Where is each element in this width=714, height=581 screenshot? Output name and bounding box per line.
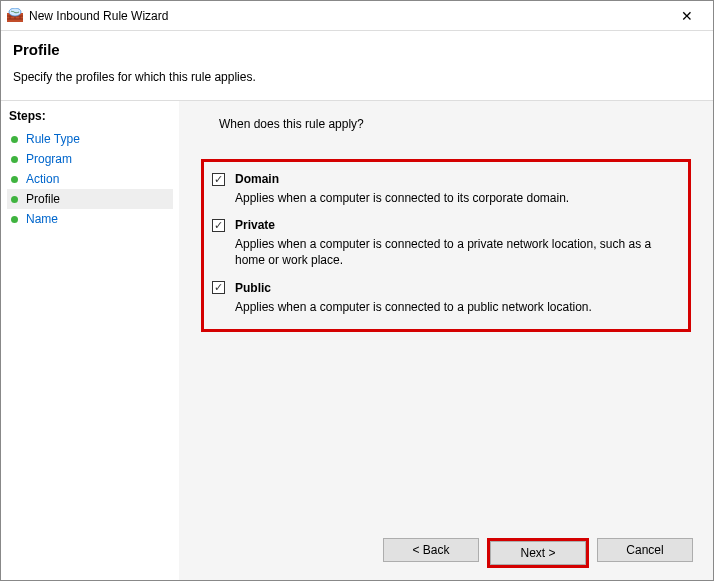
private-label: Private: [235, 218, 275, 232]
step-action[interactable]: Action: [7, 169, 173, 189]
step-bullet-icon: [11, 156, 18, 163]
domain-description: Applies when a computer is connected to …: [235, 190, 666, 206]
cancel-button[interactable]: Cancel: [597, 538, 693, 562]
steps-heading: Steps:: [7, 109, 173, 123]
wizard-window: New Inbound Rule Wizard ✕ Profile Specif…: [0, 0, 714, 581]
button-bar: < Back Next > Cancel: [199, 530, 693, 568]
step-bullet-icon: [11, 196, 18, 203]
domain-checkbox[interactable]: ✓: [212, 173, 225, 186]
profile-option-domain: ✓DomainApplies when a computer is connec…: [212, 172, 666, 206]
back-button[interactable]: < Back: [383, 538, 479, 562]
close-icon[interactable]: ✕: [667, 2, 707, 30]
question-text: When does this rule apply?: [219, 117, 693, 131]
main-panel: When does this rule apply? ✓DomainApplie…: [179, 101, 713, 580]
step-label: Profile: [26, 192, 60, 206]
step-bullet-icon: [11, 136, 18, 143]
step-label: Program: [26, 152, 72, 166]
step-program[interactable]: Program: [7, 149, 173, 169]
profile-options-highlight: ✓DomainApplies when a computer is connec…: [201, 159, 691, 332]
window-title: New Inbound Rule Wizard: [29, 9, 168, 23]
wizard-header: Profile Specify the profiles for which t…: [1, 31, 713, 100]
titlebar: New Inbound Rule Wizard ✕: [1, 1, 713, 31]
private-description: Applies when a computer is connected to …: [235, 236, 666, 268]
step-label: Rule Type: [26, 132, 80, 146]
public-label: Public: [235, 281, 271, 295]
domain-label: Domain: [235, 172, 279, 186]
step-bullet-icon: [11, 176, 18, 183]
step-label: Action: [26, 172, 59, 186]
page-title: Profile: [13, 41, 701, 58]
step-bullet-icon: [11, 216, 18, 223]
step-rule-type[interactable]: Rule Type: [7, 129, 173, 149]
page-subtitle: Specify the profiles for which this rule…: [13, 70, 701, 84]
profile-option-private: ✓PrivateApplies when a computer is conne…: [212, 218, 666, 268]
profile-option-public: ✓PublicApplies when a computer is connec…: [212, 281, 666, 315]
step-label: Name: [26, 212, 58, 226]
step-profile: Profile: [7, 189, 173, 209]
content-area: Steps: Rule TypeProgramActionProfileName…: [1, 100, 713, 580]
firewall-icon: [7, 8, 23, 24]
step-name[interactable]: Name: [7, 209, 173, 229]
private-checkbox[interactable]: ✓: [212, 219, 225, 232]
steps-sidebar: Steps: Rule TypeProgramActionProfileName: [1, 101, 179, 580]
public-checkbox[interactable]: ✓: [212, 281, 225, 294]
next-button[interactable]: Next >: [490, 541, 586, 565]
public-description: Applies when a computer is connected to …: [235, 299, 666, 315]
